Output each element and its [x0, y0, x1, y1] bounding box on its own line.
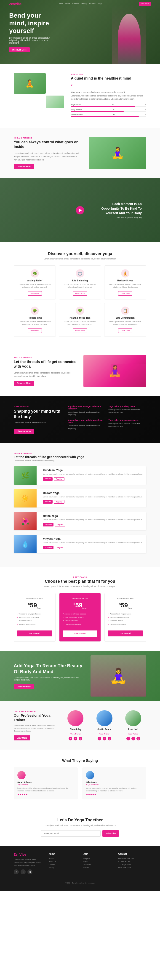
threads-image: 🧘‍♀️ [84, 355, 146, 387]
cta-subscribe-btn[interactable]: Subscribe [102, 830, 119, 837]
threads-title: Let the threads of life get connected wi… [14, 360, 76, 369]
dark-feature-4: Yoga helps you manage stress Lorem ipsum… [108, 419, 146, 430]
dark-feature-4-title: Yoga helps you manage stress [108, 419, 146, 421]
threads-text: Lorem ipsum dolor sit amet, consectetur … [14, 371, 76, 378]
quote-text: Your body is your most priceless possess… [71, 91, 146, 93]
class-bikram-register[interactable]: Register [54, 500, 65, 504]
card-stress: 🧘 Reduce Stress Lorem ipsum dolor sit am… [104, 266, 146, 299]
nav-join-button[interactable]: Join Now [139, 2, 151, 6]
card-fitness-btn[interactable]: Learn More [73, 328, 87, 333]
team-member-2-fb[interactable]: f [98, 737, 101, 740]
footer-link-schedule[interactable]: Schedule [84, 864, 111, 865]
classes-title: Let the threads of life get connected wi… [14, 455, 146, 459]
nav-links: Home About Classes Pricing Trainers Blog… [58, 3, 102, 5]
footer-about-text: Lorem ipsum dolor sit amet, consectetur … [14, 858, 42, 867]
dark-feature-2-text: Lorem ipsum dolor sit amet consectetur a… [108, 409, 146, 414]
nav-classes[interactable]: Classes [72, 3, 79, 5]
card-life-balance-icon: ⚖️ [76, 269, 84, 277]
plan-2-btn[interactable]: Get Started [63, 630, 98, 637]
footer-link-home[interactable]: Home [49, 858, 77, 859]
team-left: Our Professional Our Professional Yoga T… [14, 710, 55, 740]
team-member-2-tw[interactable]: t [103, 737, 106, 740]
class-vinyasa-register[interactable]: Register [55, 546, 65, 549]
hero-figure [112, 5, 146, 64]
footer-link-about[interactable]: About Us [49, 861, 77, 862]
control-btn[interactable]: Discover More [14, 164, 34, 169]
nav-trainers[interactable]: Trainers [89, 3, 95, 5]
team-member-2-avatar [97, 710, 112, 726]
card-consultation-text: Lorem ipsum dolor sit amet consectetur a… [107, 320, 143, 326]
card-anxiety-btn[interactable]: Learn More [28, 291, 42, 296]
nav-blogs[interactable]: Blogs [98, 3, 102, 5]
footer-link-classes[interactable]: Classes [49, 864, 77, 865]
card-stress-text: Lorem ipsum dolor sit amet consectetur a… [107, 283, 143, 288]
plan-1-btn[interactable]: Get Started [17, 630, 52, 636]
team-member-3-ig[interactable]: ig [136, 737, 140, 740]
team-member-1: Bhavti Jay Yoga Trainer f t ig [62, 710, 89, 740]
team-member-3-fb[interactable]: f [127, 737, 130, 740]
footer-tw-icon[interactable]: t [21, 869, 25, 874]
green-banner: Add Yoga To Retain The Beauty Of Body An… [0, 651, 160, 701]
card-flexible-btn[interactable]: Learn More [28, 328, 42, 333]
footer-city[interactable]: New York, USA [119, 866, 147, 869]
footer-link-login[interactable]: Login [84, 861, 111, 862]
footer-link-register[interactable]: Register [84, 858, 111, 859]
card-life-balance-btn[interactable]: Learn More [73, 291, 87, 296]
quiet-mind-right: Wellness A quiet mind is the healthiest … [71, 73, 146, 119]
progress-bars: Yoga Fitness85% Body Balance70% Mind Wel… [71, 103, 146, 117]
footer-fb-icon[interactable]: f [14, 869, 19, 874]
dark-banner-btn[interactable]: Discover More [14, 429, 34, 434]
team-member-1-tw[interactable]: t [74, 737, 77, 740]
footer-address[interactable]: 123 Yoga Street [119, 864, 147, 865]
team-view-btn[interactable]: View More [14, 735, 30, 740]
nav-about[interactable]: About [65, 3, 70, 5]
plan-3-btn[interactable]: Get Started [108, 630, 143, 636]
pricing-subtitle: Lorem ipsum dolor sit amet consectetur a… [14, 585, 146, 587]
team-member-2-ig[interactable]: ig [108, 737, 111, 740]
class-hatha-image: 🌺 [14, 512, 36, 530]
card-stress-btn[interactable]: Learn More [118, 291, 133, 296]
team-member-1-fb[interactable]: f [68, 737, 72, 740]
team-member-3-tw[interactable]: t [131, 737, 135, 740]
class-kundalini-register[interactable]: Register [54, 477, 65, 481]
quiet-label: Wellness [71, 73, 146, 75]
dark-feature-1-text: Lorem ipsum dolor sit amet consectetur a… [68, 411, 106, 416]
team-member-1-ig[interactable]: ig [79, 737, 82, 740]
footer-link-events[interactable]: Events [84, 866, 111, 869]
team-member-3-role: Yoga Trainer [128, 733, 138, 735]
cta-email-input[interactable] [41, 830, 101, 837]
threads-btn[interactable]: Discover More [14, 380, 34, 386]
pricing-title: Choose the best plan that fit for you [14, 579, 146, 584]
control-text-body: Lorem ipsum dolor sit amet, consectetur … [14, 151, 82, 161]
testimonial-2-name: Mike Davis [86, 781, 143, 783]
quiet-title: A quiet mind is the healthiest mind [71, 76, 146, 81]
footer-contact-heading: Contact [119, 853, 147, 855]
threads-left: Yoga & Fitness Let the threads of life g… [14, 356, 76, 386]
footer-email[interactable]: hello@zenvibe.com [119, 858, 147, 859]
quiet-mind-section: 🧘 Wellness A quiet mind is the healthies… [0, 64, 160, 128]
dark-banner: Yoga & Fitness Shaping your mind with th… [0, 396, 160, 443]
footer-about-heading: About [49, 853, 77, 855]
footer-ig-icon[interactable]: ig [27, 869, 32, 874]
nav-home[interactable]: Home [58, 3, 63, 5]
card-flexible-text: Lorem ipsum dolor sit amet consectetur a… [17, 320, 53, 326]
card-stress-icon: 🧘 [121, 269, 129, 277]
nav-pricing[interactable]: Pricing [81, 3, 86, 5]
hero-cta-button[interactable]: Discover More [9, 47, 30, 52]
play-button[interactable] [76, 206, 84, 215]
footer-link-pricing[interactable]: Pricing [49, 866, 77, 869]
class-hatha: 🌺 Hatha Yoga Lorem ipsum dolor sit amet,… [14, 512, 146, 530]
control-image: 🧘‍♀️ [89, 137, 146, 169]
dark-feature-1: Yoga improves strength balance & flexibi… [68, 405, 106, 416]
classes-label: Yoga & Fitness [14, 452, 146, 454]
threads-image-overlay [111, 364, 146, 387]
progress-yoga: Yoga Fitness85% [71, 103, 146, 107]
footer-phone[interactable]: +1 234 567 890 [119, 861, 147, 862]
class-bikram-image: ☀️ [14, 489, 36, 508]
card-consultation-btn[interactable]: Learn More [118, 328, 133, 333]
team-title: Our Professional Yoga Trainer [14, 713, 55, 722]
green-banner-btn[interactable]: Discover Now [14, 684, 34, 689]
class-hatha-register[interactable]: Register [55, 523, 65, 527]
control-section: Yoga & Fitness You can always control wh… [0, 128, 160, 178]
testimonials-section: What They're Saying Sarah Johnson Yoga S… [0, 749, 160, 808]
